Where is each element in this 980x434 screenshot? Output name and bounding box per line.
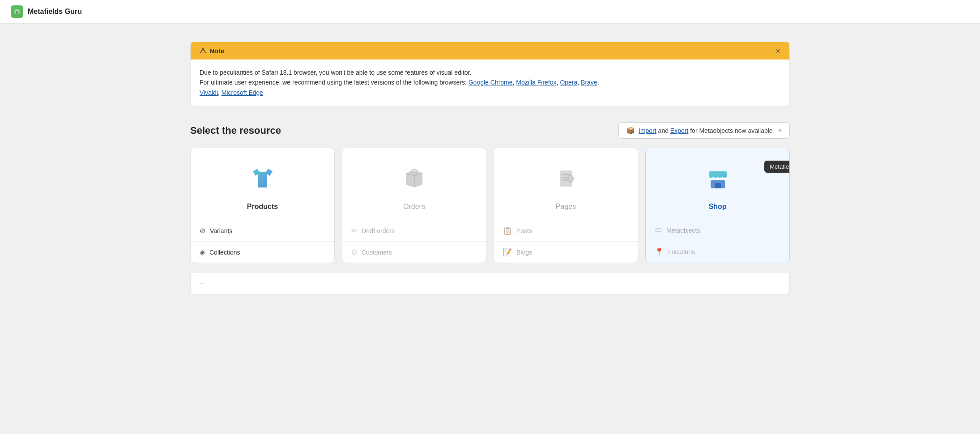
variants-icon: ⊘ [200,226,205,235]
collections-label: Collections [209,249,240,256]
svg-rect-3 [562,174,570,175]
announce-badge: 📦 Import and Export for Metaobjects now … [618,122,790,139]
card-top-pages: Pages [494,148,638,220]
customers-label: Customers [362,249,392,256]
products-subitems: ⊘ Variants ◈ Collections [191,220,334,263]
blogs-icon: 📝 [503,248,512,256]
posts-icon: 📋 [503,226,512,235]
svg-rect-4 [562,177,568,178]
link-vivaldi[interactable]: Vivaldi [200,89,218,96]
draft-orders-item[interactable]: ✏ Draft orders [342,220,486,242]
orders-icon [396,161,432,196]
note-title: Note [209,47,224,55]
link-opera[interactable]: Opera [560,79,577,86]
svg-point-7 [569,176,572,181]
resource-card-shop[interactable]: Shop Metafields Guru 🏷 Metaobjects 📍 Loc… [645,148,790,263]
metaobjects-label: Metaobjects [666,227,700,234]
variants-label: Variants [210,227,232,234]
bottom-hint-text: ··· [200,280,205,287]
note-banner: ⚠ Note × Due to peculiarities of Safari … [190,42,790,106]
link-brave[interactable]: Brave [581,79,597,86]
link-edge[interactable]: Microsoft Edge [222,89,263,96]
bottom-hint: ··· [190,272,790,294]
customers-item[interactable]: ⊙ Customers [342,242,486,263]
section-header: Select the resource 📦 Import and Export … [190,122,790,139]
locations-label: Locations [668,248,695,255]
svg-rect-8 [709,171,727,178]
shop-tooltip: Metafields Guru [764,161,790,173]
note-line2-text: For ultimate user experience, we recomme… [200,79,469,86]
shop-subitems: 🏷 Metaobjects 📍 Locations [646,220,789,262]
draft-orders-label: Draft orders [362,227,395,234]
note-line1: Due to peculiarities of Safari 18.1 brow… [200,68,780,77]
pages-subitems: 📋 Posts 📝 Blogs [494,220,638,263]
orders-label: Orders [403,203,425,211]
note-header: ⚠ Note × [191,42,789,60]
warning-icon: ⚠ [200,47,206,55]
shop-label: Shop [709,203,727,211]
note-header-left: ⚠ Note [200,47,224,55]
variants-item[interactable]: ⊘ Variants [191,220,334,242]
announce-import-link[interactable]: Import [639,127,656,134]
note-close-button[interactable]: × [775,47,780,55]
posts-item[interactable]: 📋 Posts [494,220,638,242]
cards-grid: Products ⊘ Variants ◈ Collections [190,148,790,263]
main-content: ⚠ Note × Due to peculiarities of Safari … [163,24,817,312]
resource-card-products[interactable]: Products ⊘ Variants ◈ Collections [190,148,335,263]
customers-icon: ⊙ [351,248,357,256]
orders-subitems: ✏ Draft orders ⊙ Customers [342,220,486,263]
resource-card-orders[interactable]: Orders ✏ Draft orders ⊙ Customers [342,148,486,263]
announce-content: Import and Export for Metaobjects now av… [639,127,773,134]
blogs-item[interactable]: 📝 Blogs [494,242,638,263]
metaobjects-icon: 🏷 [655,226,662,234]
svg-rect-11 [717,183,718,188]
link-firefox[interactable]: Mozilla Firefox [516,79,556,86]
metaobjects-item[interactable]: 🏷 Metaobjects [646,220,789,241]
announce-export-link[interactable]: Export [670,127,688,134]
app-logo-icon [11,5,23,18]
locations-item[interactable]: 📍 Locations [646,241,789,262]
locations-icon: 📍 [655,247,664,256]
collections-icon: ◈ [200,248,205,256]
collections-item[interactable]: ◈ Collections [191,242,334,263]
products-label: Products [247,203,278,211]
note-body: Due to peculiarities of Safari 18.1 brow… [191,60,789,106]
card-top-shop: Shop Metafields Guru [646,148,789,220]
card-top-orders: Orders [342,148,486,220]
card-top-products: Products [191,148,334,220]
note-line2: For ultimate user experience, we recomme… [200,77,780,98]
posts-label: Posts [516,227,532,234]
announce-close-button[interactable]: × [778,127,782,135]
resource-card-pages[interactable]: Pages 📋 Posts 📝 Blogs [494,148,638,263]
blogs-label: Blogs [516,249,532,256]
announce-and: and [656,127,670,134]
products-icon [245,161,281,196]
section-title: Select the resource [190,125,281,136]
draft-orders-icon: ✏ [351,226,357,235]
app-title: Metafields Guru [28,8,82,16]
pages-icon [548,161,584,196]
app-header: Metafields Guru [0,0,980,24]
link-chrome[interactable]: Google Chrome [469,79,513,86]
announce-suffix: for Metaobjects now available [688,127,772,134]
import-icon: 📦 [626,126,635,135]
shop-icon [700,161,736,196]
pages-label: Pages [556,203,576,211]
